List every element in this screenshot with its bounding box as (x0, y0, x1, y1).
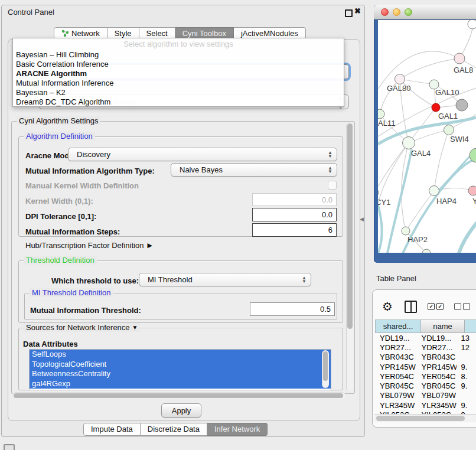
table-row[interactable]: YDL19...YDL19...13 (375, 333, 476, 343)
split-pane-collapse-arrow-icon[interactable]: ◀ (360, 216, 364, 222)
network-node[interactable] (432, 103, 440, 112)
table-row[interactable]: YBR043CYBR043C (375, 353, 476, 362)
node-label: GAL11 (378, 119, 396, 128)
attribute-list-item[interactable]: gal4RGexp (30, 379, 331, 389)
network-node[interactable] (468, 186, 476, 195)
dpi-tolerance-input[interactable]: 0.0 (252, 208, 337, 221)
algorithm-option[interactable]: Dream8 DC_TDC Algorithm (13, 97, 344, 107)
network-window-titlebar[interactable] (374, 5, 476, 19)
network-node[interactable] (456, 99, 468, 111)
network-edge[interactable] (378, 143, 409, 204)
mi-threshold-label: Mutual Information Threshold: (30, 306, 141, 315)
table-cell: YPR145W (375, 363, 417, 371)
deselect-all-icon[interactable] (454, 303, 470, 310)
table-cell: YER054C (375, 372, 417, 381)
attribute-list-item[interactable]: SelfLoops (30, 350, 331, 360)
algorithm-option[interactable]: Basic Correlation Inference (13, 60, 344, 69)
kernel-width-label: Kernel Width (0,1): (25, 197, 93, 206)
mi-steps-input[interactable]: 6 (252, 223, 337, 237)
network-canvas[interactable]: GAL8GAL80GAL10GAL1GAL11SWI4GAL4GCY1HAP4Y… (378, 20, 476, 253)
network-node[interactable] (454, 53, 465, 64)
tab-discretize-data[interactable]: Discretize Data (141, 423, 207, 436)
manual-kernel-checkbox[interactable] (328, 181, 337, 190)
node-label: GAL1 (438, 112, 458, 120)
column-header[interactable]: shared... (375, 319, 421, 333)
table-cell: YBR043C (417, 353, 457, 361)
table-row[interactable]: YBL079WYBL079W (375, 391, 476, 400)
algorithm-option[interactable]: Bayesian – K2 (13, 88, 344, 97)
tab-label: Cyni Toolbox (182, 29, 226, 38)
cyni-bottom-tabs: Impute DataDiscretize DataInfer Network (83, 423, 268, 436)
settings-vertical-scrollbar[interactable] (346, 122, 354, 392)
table-row[interactable]: YPR145WYPR145W9. (375, 362, 476, 371)
table-horizontal-scrollbar[interactable] (374, 414, 476, 422)
desktop: { "window": { "title": "Control Panel" }… (0, 0, 476, 450)
network-node[interactable] (429, 186, 439, 196)
sources-group-title[interactable]: Sources for Network Inference ▼ (24, 323, 140, 332)
settings-horizontal-scrollbar[interactable] (12, 392, 345, 399)
attribute-list-item[interactable]: BetweennessCentrality (30, 369, 331, 379)
network-edge-highlighted[interactable] (459, 222, 476, 253)
network-edge[interactable] (400, 58, 459, 79)
tab-infer-network[interactable]: Infer Network (207, 423, 268, 436)
close-button[interactable] (381, 8, 389, 16)
mi-type-label: Mutual Information Algorithm Type: (25, 167, 155, 175)
network-node[interactable] (395, 74, 405, 84)
table-row[interactable]: YLR345WYLR345W9. (375, 400, 476, 410)
algorithm-dropdown-list: Select algorithm to view settings Bayesi… (12, 38, 344, 107)
collapse-down-arrow-icon: ▼ (132, 324, 138, 331)
select-all-icon[interactable]: ✓ ✓ (428, 303, 444, 310)
mi-steps-label: Mutual Information Steps: (25, 227, 120, 236)
attribute-list-item[interactable]: TopologicalCoefficient (30, 360, 331, 370)
attribute-list-scrollbar[interactable] (322, 350, 329, 388)
tab-label: Select (146, 29, 168, 38)
minimize-button[interactable] (393, 8, 400, 16)
unchecked-box-icon (454, 303, 461, 310)
data-attributes-label: Data Attributes (23, 340, 78, 348)
settings-gear-icon[interactable]: ⚙ (382, 299, 393, 314)
float-panel-icon[interactable] (345, 9, 353, 17)
zoom-button[interactable] (405, 8, 412, 16)
close-panel-icon[interactable]: ✖ (354, 6, 361, 15)
algorithm-option[interactable]: Mutual Information Inference (13, 79, 344, 88)
tab-label: jActiveMNodules (241, 29, 298, 38)
scrollbar-thumb[interactable] (376, 416, 465, 421)
node-label: GCY1 (378, 198, 390, 207)
tab-label: Style (115, 29, 132, 38)
apply-button[interactable]: Apply (161, 403, 201, 418)
scrollbar-thumb[interactable] (14, 393, 343, 398)
kernel-width-input[interactable]: 0.0 (252, 193, 337, 206)
algorithm-option[interactable]: Bayesian – Hill Climbing (13, 50, 344, 60)
column-header[interactable] (465, 319, 476, 333)
data-attributes-list[interactable]: SelfLoopsTopologicalCoefficientBetweenne… (29, 349, 331, 390)
network-node[interactable] (402, 227, 410, 235)
tab-impute-data[interactable]: Impute Data (83, 423, 141, 436)
network-edge[interactable] (406, 191, 434, 231)
network-node[interactable] (378, 109, 384, 119)
table-row[interactable]: YBR045CYBR045C9. (375, 381, 476, 390)
column-selector-icon[interactable] (405, 301, 417, 313)
aracne-mode-value: Discovery (77, 150, 110, 159)
table-row[interactable]: YDR27...YDR27...12 (375, 343, 476, 352)
mi-type-combobox[interactable]: Naive Bayes ▲▼ (171, 163, 337, 177)
aracne-mode-combobox[interactable]: Discovery ▲▼ (68, 148, 337, 161)
scrollbar-thumb[interactable] (323, 351, 328, 381)
network-node[interactable] (378, 188, 379, 197)
mi-threshold-input[interactable]: 0.5 (250, 302, 335, 316)
table-cell: YDR27... (417, 343, 457, 352)
column-header[interactable]: name (421, 319, 465, 333)
tab-label: Infer Network (214, 425, 260, 433)
network-node[interactable] (468, 20, 476, 29)
scrollbar-thumb[interactable] (347, 123, 353, 329)
minimized-panel-icon[interactable] (4, 444, 15, 450)
algorithm-option[interactable]: ARACNE Algorithm (13, 69, 344, 79)
hub-definition-expander[interactable]: Hub/Transcription Factor Definition ▶ (25, 241, 152, 250)
network-node[interactable] (422, 249, 431, 253)
node-label: HAP2 (407, 235, 428, 244)
node-label: GAL80 (387, 84, 410, 93)
network-node[interactable] (444, 125, 454, 135)
which-threshold-combobox[interactable]: MI Threshold ▲▼ (139, 273, 311, 286)
network-node[interactable] (403, 137, 415, 149)
network-graph: GAL8GAL80GAL10GAL1GAL11SWI4GAL4GCY1HAP4Y… (378, 20, 476, 253)
table-row[interactable]: YER054CYER054C8. (375, 371, 476, 381)
